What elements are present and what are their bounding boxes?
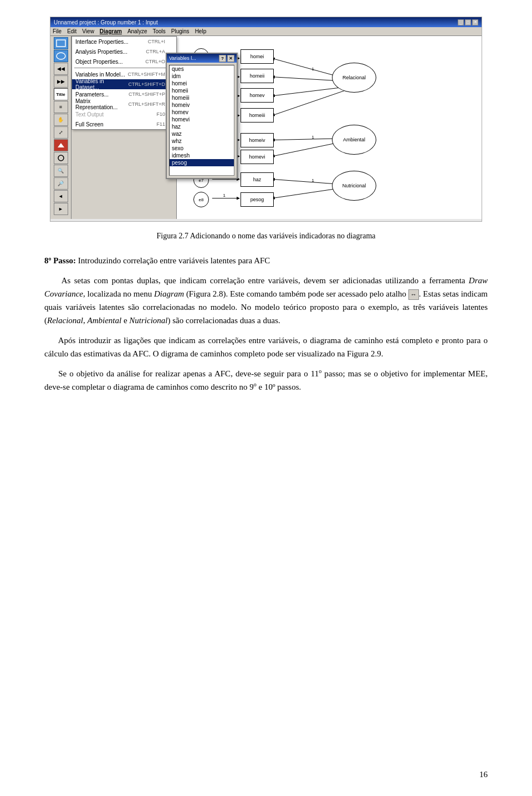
menu-vars-in-model-label: Variables in Model... <box>75 72 125 78</box>
variables-dialog: Variables l... ? ✕ ques idm homei homeii… <box>166 53 238 179</box>
figure-caption: Figura 2.7 Adicionando o nome das variáv… <box>44 232 488 241</box>
menu-full-screen[interactable]: Full Screen F11 <box>72 119 176 129</box>
menu-help[interactable]: Help <box>195 28 207 34</box>
menu-bar: File Edit View Diagram Analyze Tools Plu… <box>50 27 482 36</box>
menu-vars-in-dataset-shortcut: CTRL+SHIFT+D <box>128 81 165 87</box>
screenshot-container: Unnamed project : Group number 1 : Input… <box>44 17 488 222</box>
var-whz[interactable]: whz <box>170 137 234 145</box>
main-area: ◀◀ ▶▶ Title ≡ ✋ ⤢ 🔍 🔎 ◄ ► <box>50 36 482 219</box>
tool-draw-latent[interactable] <box>54 50 68 62</box>
var-homeiii[interactable]: homeiii <box>170 94 234 101</box>
dialog-title-bar: Variables l... ? ✕ <box>167 54 237 63</box>
page: Unnamed project : Group number 1 : Input… <box>0 0 532 796</box>
menu-vars-in-dataset[interactable]: Variables in Dataset... CTRL+SHIFT+D <box>72 79 176 89</box>
menu-interface-props-label: Interface Properties... <box>75 39 129 45</box>
tool-zoom-out[interactable]: 🔎 <box>54 177 68 190</box>
tool-arrows-right[interactable]: ▶▶ <box>54 75 68 88</box>
var-ques[interactable]: ques <box>170 65 234 73</box>
menu-matrix-rep[interactable]: Matrix Representation... CTRL+SHIFT+R <box>72 99 176 109</box>
relacional-italic: Relacional <box>47 316 83 325</box>
dialog-title-icons: ? ✕ <box>219 55 234 62</box>
node-homeii: homeii <box>241 69 274 83</box>
node-relacional: Relacional <box>332 63 376 93</box>
tool-arrow-right[interactable]: ► <box>54 203 68 215</box>
dialog-help-button[interactable]: ? <box>219 55 226 62</box>
menu-tools[interactable]: Tools <box>152 28 165 34</box>
var-pesog[interactable]: pesog <box>170 159 234 166</box>
tool-zoom-in[interactable]: 🔍 <box>54 165 68 177</box>
menu-file[interactable]: File <box>53 28 62 34</box>
node-homei: homei <box>241 49 274 64</box>
node-nutricional: Nutricional <box>332 171 376 201</box>
dialog-close-button[interactable]: ✕ <box>227 55 234 62</box>
var-homeiv[interactable]: homeiv <box>170 101 234 109</box>
section-heading-text: 8º Passo: Introduzindo correlação entre … <box>44 254 488 267</box>
menu-diagram[interactable]: Diagram <box>100 28 122 34</box>
menu-object-props-label: Object Properties... <box>75 59 123 65</box>
var-homei[interactable]: homei <box>170 80 234 87</box>
minimize-button[interactable]: _ <box>458 19 464 25</box>
menu-analysis-props-label: Analysis Properties... <box>75 49 127 55</box>
var-waz[interactable]: waz <box>170 130 234 137</box>
node-haz: haz <box>241 172 274 187</box>
var-haz[interactable]: haz <box>170 123 234 130</box>
menu-matrix-rep-shortcut: CTRL+SHIFT+R <box>128 101 165 107</box>
tool-title[interactable]: Title <box>54 88 68 100</box>
var-idm[interactable]: idm <box>170 73 234 80</box>
tool-shape2[interactable] <box>54 152 68 164</box>
menu-interface-props-shortcut: CTRL+I <box>148 39 165 44</box>
svg-marker-2 <box>58 143 64 147</box>
tool-arrow-left[interactable]: ◄ <box>54 190 68 202</box>
variables-list[interactable]: ques idm homei homeii homeiii homeiv hom… <box>169 65 234 176</box>
covariance-shortcut-icon: ↔ <box>408 289 419 300</box>
var-homev[interactable]: homev <box>170 109 234 116</box>
menu-plugins[interactable]: Plugins <box>171 28 190 34</box>
tool-arrows-left[interactable]: ◀◀ <box>54 63 68 75</box>
var-homeii[interactable]: homeii <box>170 87 234 94</box>
node-homev: homev <box>241 88 274 103</box>
menu-edit[interactable]: Edit <box>67 28 76 34</box>
left-toolbar: ◀◀ ▶▶ Title ≡ ✋ ⤢ 🔍 🔎 ◄ ► <box>50 36 71 219</box>
step-title: Introduzindo correlação entre variáveis … <box>78 256 270 265</box>
var-sexo[interactable]: sexo <box>170 145 234 152</box>
menu-view[interactable]: View <box>82 28 94 34</box>
page-number: 16 <box>479 770 488 779</box>
menu-object-props[interactable]: Object Properties... CTRL+O <box>72 57 176 67</box>
tool-hand[interactable]: ✋ <box>54 114 68 126</box>
menu-interface-props[interactable]: Interface Properties... CTRL+I <box>72 37 176 47</box>
menu-matrix-rep-label: Matrix Representation... <box>75 98 128 110</box>
svg-line-23 <box>272 86 349 96</box>
var-homevi[interactable]: homevi <box>170 116 234 123</box>
menu-analyze[interactable]: Analyze <box>127 28 147 34</box>
tool-draw-obs[interactable] <box>54 37 68 49</box>
menu-parameters-label: Parameters... <box>75 91 109 98</box>
svg-text:1: 1 <box>312 135 314 140</box>
screenshot-box: Unnamed project : Group number 1 : Input… <box>50 17 482 222</box>
superscript-o: o <box>319 368 321 374</box>
diagram-italic: Diagram <box>154 289 184 298</box>
svg-rect-0 <box>57 40 65 47</box>
draw-covariance-italic: Draw Covariance <box>44 276 488 298</box>
node-pesog: pesog <box>241 192 274 207</box>
title-bar-text: Unnamed project : Group number 1 : Input <box>54 19 158 25</box>
superscript-o2: o <box>254 381 257 387</box>
maximize-button[interactable]: □ <box>465 19 471 25</box>
menu-vars-in-model-shortcut: CTRL+SHIFT+M <box>127 72 165 77</box>
svg-point-3 <box>58 155 64 161</box>
tool-move[interactable]: ⤢ <box>54 126 68 139</box>
var-idmesh[interactable]: idmesh <box>170 152 234 159</box>
svg-text:1: 1 <box>312 67 314 72</box>
ambiental-italic: Ambiental <box>87 316 121 325</box>
tool-list[interactable]: ≡ <box>54 101 68 113</box>
node-e8: e8 <box>193 192 209 207</box>
menu-parameters-shortcut: CTRL+SHIFT+P <box>129 91 165 97</box>
tool-shape1[interactable] <box>54 139 68 151</box>
nutricional-italic: Nutricional <box>129 316 167 325</box>
svg-line-24 <box>272 89 349 115</box>
node-homeiv: homeiv <box>241 133 274 147</box>
menu-text-output: Text Output F10 <box>72 109 176 119</box>
title-bar-buttons: _ □ ✕ <box>458 19 478 25</box>
close-button[interactable]: ✕ <box>472 19 478 25</box>
menu-analysis-props[interactable]: Analysis Properties... CTRL+A <box>72 47 176 57</box>
menu-object-props-shortcut: CTRL+O <box>145 59 165 64</box>
